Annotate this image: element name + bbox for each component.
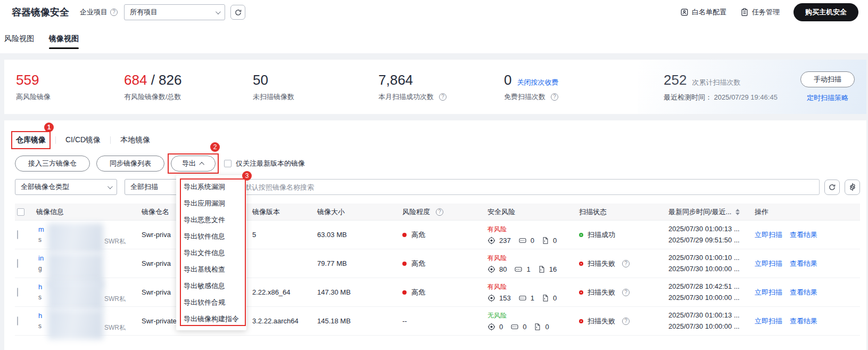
risk-level-label: 高危	[411, 231, 425, 239]
file-icon	[542, 294, 549, 302]
search-input[interactable]	[245, 183, 814, 191]
whitelist-config-label: 白名单配置	[692, 7, 726, 17]
view-results-link[interactable]: 查看结果	[790, 259, 817, 267]
sync-time-2: 2025/07/29 09:51:50 ...	[668, 235, 748, 246]
risk-level-label: 高危	[411, 259, 425, 267]
sync-time-cell: 2025/07/28 10:42:51 ... 2025/07/30 10:00…	[662, 281, 748, 303]
select-all-checkbox[interactable]	[17, 208, 24, 216]
sync-time-cell: 2025/07/30 01:00:10 ... 2025/07/30 10:00…	[662, 253, 748, 274]
help-icon[interactable]: ?	[622, 260, 630, 267]
task-management-action[interactable]: 任务管理	[740, 7, 780, 17]
export-menu-item[interactable]: 导出软件合规	[176, 294, 246, 311]
help-icon[interactable]: ?	[436, 208, 443, 216]
vulnerability-icon	[487, 237, 495, 245]
row-actions-cell: 立即扫描查看结果	[748, 230, 860, 240]
risk-level-label: 高危	[411, 288, 425, 296]
main-card: 仓库镜像 1 CI/CD镜像 本地镜像 接入三方镜像仓 同步镜像列表 导出 2 …	[4, 120, 866, 350]
sort-icon[interactable]	[735, 209, 740, 215]
annotation-badge-2: 2	[210, 142, 220, 152]
table-settings-button[interactable]	[845, 180, 860, 195]
risk-status-label: 有风险	[487, 282, 573, 291]
table-row: in g Swr-priva 79.77 MB 高危 有风险 80	[15, 249, 860, 278]
row-checkbox[interactable]	[17, 259, 18, 268]
col-sync-time-label: 最新同步时间/最近...	[668, 207, 731, 217]
latest-version-label: 仅关注最新版本的镜像	[236, 159, 305, 168]
table-row: h s SWR私 Swr-priva 2.22.x86_64 147.30 MB…	[15, 278, 860, 307]
file-icon	[538, 265, 545, 273]
risk-status-label: 有风险	[487, 225, 573, 234]
latest-version-filter[interactable]: 仅关注最新版本的镜像	[224, 159, 305, 168]
tab-image-view[interactable]: 镜像视图	[49, 25, 79, 53]
view-results-link[interactable]: 查看结果	[790, 231, 817, 239]
sync-time-cell: 2025/07/30 01:00:13 ... 2025/07/30 10:00…	[662, 310, 748, 331]
scheduled-scan-policy-link[interactable]: 定时扫描策略	[807, 93, 848, 103]
file-icon	[534, 323, 541, 331]
help-icon[interactable]: ?	[110, 9, 118, 16]
manual-scan-button[interactable]: 手动扫描	[800, 71, 855, 87]
export-dropdown: 导出 2 3 导出系统漏洞导出应用漏洞导出恶意文件导出软件信息导出文件信息导出基…	[171, 156, 216, 172]
row-checkbox[interactable]	[17, 230, 18, 239]
help-icon[interactable]: ?	[439, 93, 447, 101]
stat-total-scans: 252 次累计扫描次数 最近检测时间： 2025/07/29 19:46:45	[664, 72, 778, 102]
sensitive-file-count: 0	[553, 237, 557, 245]
row-checkbox[interactable]	[17, 316, 18, 325]
scan-now-link[interactable]: 立即扫描	[755, 231, 782, 239]
tab-risk-view[interactable]: 风险视图	[4, 25, 34, 53]
export-menu-item[interactable]: 导出基线检查	[176, 261, 246, 278]
stat-value: 50	[253, 72, 378, 88]
images-table: 镜像信息 镜像仓名 镜像版本 镜像大小 风险程度 ? 安全风险 扫描状态 最新同…	[15, 204, 860, 336]
export-menu-item[interactable]: 导出系统漏洞	[176, 178, 246, 195]
malicious-file-count: 1	[531, 294, 534, 302]
sync-time-1: 2025/07/30 01:00:10 ...	[668, 253, 748, 263]
view-results-link[interactable]: 查看结果	[790, 288, 817, 296]
sensitive-file-count: 0	[545, 323, 549, 331]
refresh-button[interactable]	[230, 5, 245, 20]
export-menu-item[interactable]: 导出软件信息	[176, 228, 246, 245]
help-icon[interactable]: ?	[551, 93, 558, 101]
scan-now-link[interactable]: 立即扫描	[755, 259, 782, 267]
export-button[interactable]: 导出	[171, 156, 216, 172]
swr-private-tag: SWR私	[104, 295, 126, 304]
buy-host-security-button[interactable]: 购买主机安全	[793, 3, 858, 21]
tab-repo-images-label: 仓库镜像	[16, 135, 46, 144]
project-select[interactable]: 所有项目	[124, 4, 225, 20]
scan-now-link[interactable]: 立即扫描	[755, 288, 782, 296]
help-icon[interactable]: ?	[622, 289, 630, 296]
sync-time-2: 2025/07/30 10:00:00 ...	[668, 264, 748, 274]
risk-dot	[402, 290, 407, 295]
filter-bar: 全部镜像仓类型 全部扫描	[15, 179, 860, 195]
tab-cicd-images[interactable]: CI/CD镜像	[64, 134, 102, 146]
risk-status-label: 无风险	[487, 311, 573, 320]
malicious-file-count: 0	[523, 323, 526, 331]
risk-level-cell: 高危	[396, 230, 481, 240]
stat-value: 684	[124, 72, 147, 88]
repo-type-select[interactable]: 全部镜像仓类型	[15, 179, 117, 195]
enterprise-project-label: 企业项目	[80, 7, 108, 17]
export-menu-item[interactable]: 导出恶意文件	[176, 211, 246, 228]
export-menu-item[interactable]: 导出镜像构建指令	[176, 311, 246, 327]
export-menu-item[interactable]: 导出应用漏洞	[176, 195, 246, 211]
access-third-party-repo-button[interactable]: 接入三方镜像仓	[15, 156, 90, 172]
view-results-link[interactable]: 查看结果	[790, 317, 817, 325]
image-size-cell: 145.18 MB	[311, 317, 396, 325]
whitelist-config-action[interactable]: 白名单配置	[680, 7, 726, 17]
tab-local-images[interactable]: 本地镜像	[119, 134, 151, 146]
stats-card: 559 高风险镜像 684 / 826 有风险镜像数/总数 50 未扫描镜像数 …	[4, 60, 866, 114]
help-icon[interactable]: ?	[622, 318, 630, 325]
scan-status-cell: 扫描失败 ?	[573, 259, 662, 268]
vulnerability-icon	[487, 294, 495, 302]
stat-unscanned: 50 未扫描镜像数	[253, 72, 378, 102]
close-pay-per-use-link[interactable]: 关闭按次收费	[517, 78, 558, 87]
row-checkbox[interactable]	[17, 288, 18, 297]
tab-repo-images[interactable]: 仓库镜像 1	[15, 134, 47, 146]
sync-image-list-button[interactable]: 同步镜像列表	[96, 156, 164, 172]
table-row: h s SWR私 Swr-private 3.2.22.aarch64 145.…	[15, 307, 860, 336]
scan-now-link[interactable]: 立即扫描	[755, 317, 782, 325]
scan-status-label: 扫描成功	[588, 230, 615, 240]
table-refresh-button[interactable]	[824, 180, 840, 195]
latest-version-checkbox[interactable]	[224, 160, 232, 167]
export-menu-item[interactable]: 导出敏感信息	[176, 278, 246, 294]
image-size-cell: 79.77 MB	[311, 259, 396, 267]
export-menu-item[interactable]: 导出文件信息	[176, 245, 246, 261]
refresh-icon	[234, 9, 242, 17]
